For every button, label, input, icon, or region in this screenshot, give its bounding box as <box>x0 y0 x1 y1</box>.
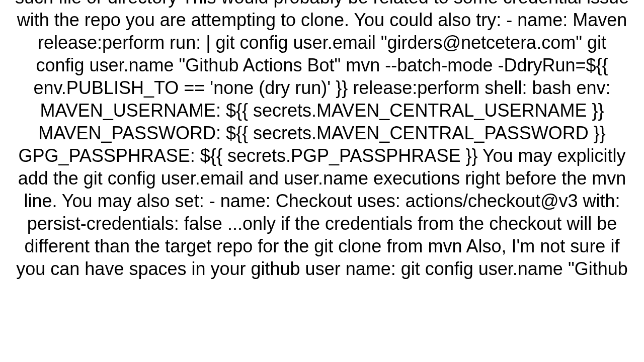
document-text: such file or directory This would probab… <box>0 0 644 280</box>
